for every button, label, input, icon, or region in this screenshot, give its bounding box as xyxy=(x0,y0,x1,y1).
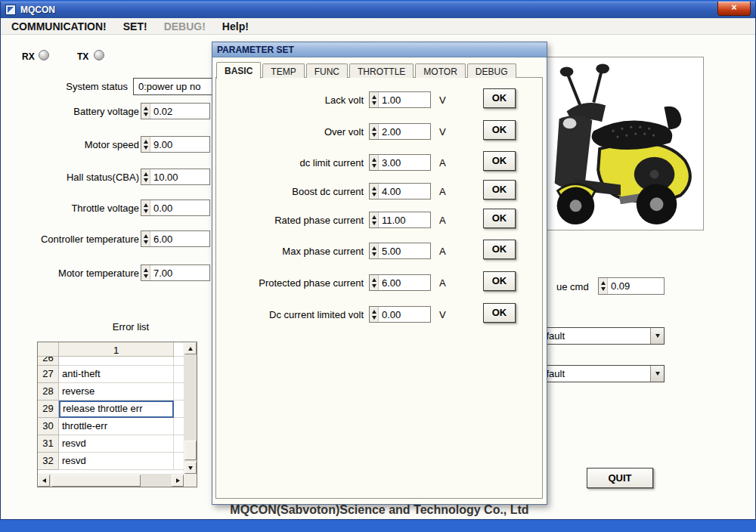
system-status-value[interactable]: 0:power up no xyxy=(134,79,217,94)
param-field[interactable]: 4.00 xyxy=(369,183,431,200)
row-number[interactable]: 32 xyxy=(38,453,59,470)
error-row[interactable]: 32 resvd xyxy=(38,453,184,470)
param-field[interactable]: 0.00 xyxy=(369,306,431,323)
error-row[interactable]: 28 reverse xyxy=(38,383,184,401)
spinner-arrows-icon[interactable] xyxy=(370,184,379,199)
error-list-grid[interactable]: 1 26 27 anti-theft 28 reverse 29 release… xyxy=(37,342,197,487)
menu-communication[interactable]: COMMUNICATION! xyxy=(5,20,113,33)
ok-button[interactable]: OK xyxy=(483,88,516,108)
error-text-cell[interactable]: throttle-err xyxy=(59,418,174,435)
param-field[interactable]: 2.00 xyxy=(369,123,431,140)
preset-dropdown-2-value[interactable]: default xyxy=(531,366,650,382)
spinner-arrows-icon[interactable] xyxy=(141,231,150,246)
row-number[interactable]: 27 xyxy=(38,366,59,383)
spinner-arrows-icon[interactable] xyxy=(370,243,379,258)
tab-func[interactable]: FUNC xyxy=(306,63,348,78)
scroll-up-icon[interactable] xyxy=(184,342,197,354)
dropdown-arrow-icon[interactable] xyxy=(650,328,664,344)
cmd-value[interactable]: 0.09 xyxy=(608,278,630,294)
quit-button[interactable]: QUIT xyxy=(587,468,653,488)
cmd-field[interactable]: 0.09 xyxy=(598,277,665,295)
dropdown-arrow-icon[interactable] xyxy=(650,366,664,382)
motor-speed-value[interactable]: 9.00 xyxy=(150,137,172,152)
menu-set[interactable]: SET! xyxy=(116,20,154,33)
vertical-scrollbar[interactable] xyxy=(184,342,197,474)
ok-button[interactable]: OK xyxy=(483,240,516,259)
param-field[interactable]: 11.00 xyxy=(369,212,431,228)
motor-speed-field[interactable]: 9.00 xyxy=(141,136,210,153)
close-icon[interactable]: × xyxy=(717,2,751,16)
param-value[interactable]: 0.00 xyxy=(379,307,401,322)
scroll-right-icon[interactable] xyxy=(172,475,184,487)
menu-help[interactable]: Help! xyxy=(215,20,256,33)
param-value[interactable]: 6.00 xyxy=(379,275,401,290)
ok-button[interactable]: OK xyxy=(483,120,516,140)
param-value[interactable]: 3.00 xyxy=(379,155,401,170)
tab-throttle[interactable]: THROTTLE xyxy=(349,63,414,78)
battery-voltage-value[interactable]: 0.02 xyxy=(150,104,172,119)
param-field[interactable]: 1.00 xyxy=(369,91,431,108)
spinner-arrows-icon[interactable] xyxy=(370,124,379,139)
error-text-cell[interactable]: resvd xyxy=(59,435,174,453)
param-value[interactable]: 11.00 xyxy=(379,212,406,227)
param-value[interactable]: 2.00 xyxy=(379,124,401,139)
tab-motor[interactable]: MOTOR xyxy=(415,63,465,78)
system-status-combo[interactable]: 0:power up no xyxy=(133,78,218,95)
ok-button[interactable]: OK xyxy=(483,271,516,291)
spinner-arrows-icon[interactable] xyxy=(141,104,150,119)
hall-status-field[interactable]: 10.00 xyxy=(141,169,210,185)
error-row[interactable]: 30 throttle-err xyxy=(38,418,184,435)
menu-debug[interactable]: DEBUG! xyxy=(157,20,212,33)
battery-voltage-field[interactable]: 0.02 xyxy=(141,103,210,119)
motor-temperature-value[interactable]: 7.00 xyxy=(150,265,172,280)
error-text-cell[interactable]: anti-theft xyxy=(59,366,174,383)
error-row[interactable]: 31 resvd xyxy=(38,435,184,453)
param-value[interactable]: 4.00 xyxy=(379,184,401,199)
spinner-arrows-icon[interactable] xyxy=(370,307,379,322)
tab-debug[interactable]: DEBUG xyxy=(467,63,516,78)
scroll-left-icon[interactable] xyxy=(38,475,50,487)
controller-temperature-field[interactable]: 6.00 xyxy=(141,230,210,247)
ok-button[interactable]: OK xyxy=(483,180,516,200)
hscroll-track[interactable] xyxy=(50,475,172,487)
hscroll-thumb[interactable] xyxy=(51,475,141,487)
param-value[interactable]: 1.00 xyxy=(379,92,401,107)
row-number[interactable]: 28 xyxy=(38,383,59,401)
error-text-cell[interactable]: resvd xyxy=(59,453,174,470)
ok-button[interactable]: OK xyxy=(483,151,516,171)
spinner-arrows-icon[interactable] xyxy=(370,275,379,290)
param-value[interactable]: 5.00 xyxy=(379,243,401,258)
spinner-arrows-icon[interactable] xyxy=(141,169,150,184)
preset-dropdown-1[interactable]: default xyxy=(530,327,665,345)
ok-button[interactable]: OK xyxy=(483,303,516,323)
error-row-selected[interactable]: 29 release throttle err xyxy=(38,401,184,418)
vscroll-thumb[interactable] xyxy=(184,441,197,460)
param-field[interactable]: 3.00 xyxy=(369,154,431,171)
row-number[interactable]: 29 xyxy=(38,401,59,418)
spinner-arrows-icon[interactable] xyxy=(599,278,608,294)
spinner-arrows-icon[interactable] xyxy=(141,265,150,280)
controller-temperature-value[interactable]: 6.00 xyxy=(150,231,172,246)
hall-status-value[interactable]: 10.00 xyxy=(150,169,178,184)
error-text-cell-selected[interactable]: release throttle err xyxy=(59,401,174,418)
error-text-cell[interactable]: reverse xyxy=(59,383,174,401)
preset-dropdown-2[interactable]: default xyxy=(530,365,665,382)
preset-dropdown-1-value[interactable]: default xyxy=(531,328,650,344)
row-number[interactable]: 31 xyxy=(38,435,59,453)
scroll-down-icon[interactable] xyxy=(184,462,197,474)
row-number[interactable]: 30 xyxy=(38,418,59,435)
param-field[interactable]: 6.00 xyxy=(369,274,431,291)
spinner-arrows-icon[interactable] xyxy=(370,155,379,170)
param-field[interactable]: 5.00 xyxy=(369,243,431,259)
throttle-voltage-value[interactable]: 0.00 xyxy=(150,200,172,215)
spinner-arrows-icon[interactable] xyxy=(370,92,379,107)
title-bar[interactable]: MQCON × xyxy=(1,2,755,18)
horizontal-scrollbar[interactable] xyxy=(38,474,184,487)
error-row[interactable]: 27 anti-theft xyxy=(38,366,184,383)
throttle-voltage-field[interactable]: 0.00 xyxy=(141,200,210,216)
spinner-arrows-icon[interactable] xyxy=(141,200,150,215)
grid-column-header[interactable]: 1 xyxy=(59,342,174,357)
spinner-arrows-icon[interactable] xyxy=(141,137,150,152)
dialog-title-bar[interactable]: PARAMETER SET xyxy=(212,42,547,57)
ok-button[interactable]: OK xyxy=(483,209,516,228)
